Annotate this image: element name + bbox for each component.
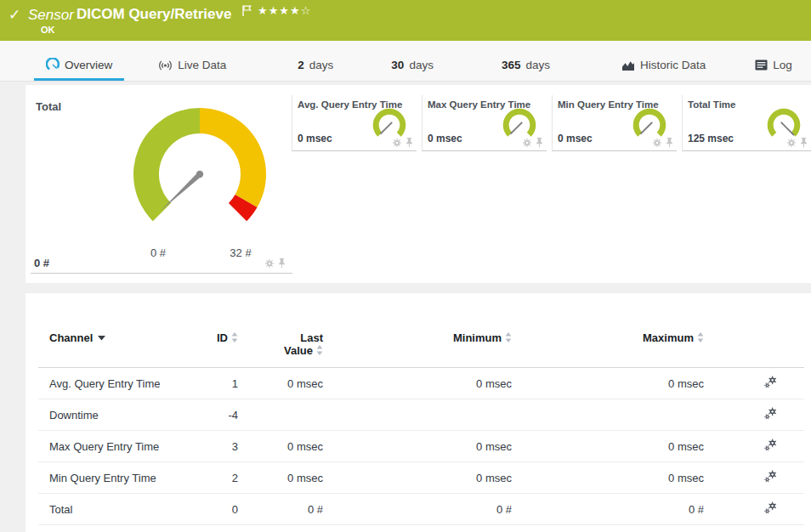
tile-actions <box>265 258 286 269</box>
channel-settings-icon[interactable] <box>764 439 777 451</box>
table-header-row: Channel ID Last Value Minimum Maximum <box>38 331 804 368</box>
gauge-current-value: 125 msec <box>688 133 734 144</box>
channel-settings-icon[interactable] <box>764 501 777 514</box>
gauge-tile-min-query-entry-time[interactable]: Min Query Entry Time 0 msec <box>552 95 677 151</box>
table-row[interactable]: Total 0 0 # 0 # 0 # <box>38 494 804 525</box>
prtg-sensor-page: ✓ Sensor DICOM Query/Retrieve ★★★★☆ OK O… <box>0 0 811 532</box>
pin-icon[interactable] <box>406 138 413 148</box>
channel-name: Total <box>38 494 202 525</box>
tab-day-count: 2 <box>298 59 304 71</box>
pin-icon[interactable] <box>800 138 808 148</box>
sort-caret-icon <box>98 336 105 341</box>
tab-log[interactable]: Log <box>743 53 804 81</box>
channel-last-value: 125 msec <box>238 525 323 532</box>
tab-historic-data[interactable]: Historic Data <box>610 53 717 81</box>
channel-maximum <box>512 399 704 431</box>
channel-id: 4 <box>202 525 238 532</box>
total-gauge: 0 # 32 # <box>128 102 272 263</box>
column-label: ID <box>217 331 228 344</box>
table-row[interactable]: Min Query Entry Time 2 0 msec 0 msec 0 m… <box>38 462 804 494</box>
channel-minimum: -63,724,704,874,641 msec <box>323 525 512 532</box>
column-header-minimum[interactable]: Minimum <box>323 331 512 368</box>
column-header-actions <box>704 331 804 368</box>
column-header-maximum[interactable]: Maximum <box>512 331 704 368</box>
tab-label: days <box>409 59 434 71</box>
gauge-tile-total-time[interactable]: Total Time 125 msec <box>682 95 811 151</box>
channel-name: Downtime <box>38 399 202 431</box>
stars-filled: ★★★★ <box>258 4 301 17</box>
channel-last-value: 0 # <box>238 494 323 525</box>
gear-icon[interactable] <box>265 259 274 268</box>
priority-stars[interactable]: ★★★★☆ <box>258 4 311 17</box>
gauge-needle <box>510 122 522 134</box>
gauge-tile-max-query-entry-time[interactable]: Max Query Entry Time 0 msec <box>422 95 547 151</box>
channel-id: 0 <box>202 494 238 525</box>
gauge-tile-total[interactable]: Total 0 # 32 # 0 # <box>31 92 292 274</box>
gauge-needle <box>161 173 201 211</box>
gear-icon[interactable] <box>787 139 796 147</box>
sort-icon <box>697 332 704 342</box>
channel-settings-icon[interactable] <box>764 407 777 420</box>
tab-live-data[interactable]: Live Data <box>146 53 238 81</box>
gear-icon[interactable] <box>523 139 531 147</box>
tab-overview[interactable]: Overview <box>34 52 124 81</box>
pin-icon[interactable] <box>278 258 286 269</box>
gauges-panel: Total 0 # 32 # 0 # Avg. Query Entry Time <box>26 85 811 283</box>
column-header-last-value[interactable]: Last Value <box>238 331 323 368</box>
channel-maximum: 0 msec <box>512 431 704 462</box>
tab-bar: Overview Live Data 2 days 30 days 365 da… <box>0 41 811 82</box>
channel-minimum: 0 # <box>323 494 512 525</box>
tab-day-count: 30 <box>391 59 404 71</box>
gauge-needle <box>781 122 794 135</box>
column-label: Channel <box>49 331 93 344</box>
gear-icon[interactable] <box>653 139 661 147</box>
gauge-arc-yellow <box>200 108 266 207</box>
sort-icon <box>231 332 238 342</box>
tab-label: days <box>525 59 550 71</box>
tab-365-days[interactable]: 365 days <box>490 53 562 81</box>
column-header-channel[interactable]: Channel <box>38 331 202 368</box>
channel-minimum: 0 msec <box>323 431 512 462</box>
pin-icon[interactable] <box>666 138 673 148</box>
table-row[interactable]: Downtime -4 <box>38 399 804 431</box>
gauge-needle <box>380 122 392 134</box>
gauge-current-value: 0 msec <box>428 133 462 144</box>
channel-minimum: 0 msec <box>323 368 512 399</box>
tile-actions <box>523 138 543 148</box>
tile-actions <box>653 138 673 148</box>
sensor-kind-label: Sensor <box>28 7 74 24</box>
total-gauge-min-label: 0 # <box>150 246 167 259</box>
channel-name: Avg. Query Entry Time <box>38 368 202 399</box>
gear-icon[interactable] <box>393 139 401 147</box>
sort-icon <box>505 332 512 342</box>
table-row[interactable]: Avg. Query Entry Time 1 0 msec 0 msec 0 … <box>38 368 804 399</box>
tab-30-days[interactable]: 30 days <box>379 53 445 81</box>
log-icon <box>755 59 768 71</box>
tab-2-days[interactable]: 2 days <box>286 53 345 81</box>
channel-name: Min Query Entry Time <box>38 462 202 494</box>
channel-settings-icon[interactable] <box>764 470 777 483</box>
channel-minimum: 0 msec <box>323 462 512 494</box>
channel-maximum: 0 msec <box>512 462 704 494</box>
column-header-id[interactable]: ID <box>202 331 238 368</box>
channel-settings-icon[interactable] <box>764 376 777 388</box>
tile-actions <box>787 138 808 148</box>
sensor-status-banner: ✓ Sensor DICOM Query/Retrieve ★★★★☆ OK <box>0 0 811 41</box>
gauge-needle-pivot <box>196 171 203 178</box>
pin-icon[interactable] <box>536 138 543 148</box>
channel-maximum: 0 # <box>512 494 704 525</box>
table-row[interactable]: Total Time 4 125 msec -63,724,704,874,64… <box>38 525 804 532</box>
status-badge: OK <box>41 25 55 35</box>
gauge-title: Total <box>36 100 61 113</box>
channel-id: 3 <box>202 431 238 462</box>
channel-last-value: 0 msec <box>238 431 323 462</box>
column-label: Maximum <box>643 331 694 344</box>
channel-id: 2 <box>202 462 238 494</box>
flag-icon[interactable] <box>242 5 252 16</box>
table-row[interactable]: Max Query Entry Time 3 0 msec 0 msec 0 m… <box>38 431 804 462</box>
channel-last-value: 0 msec <box>238 462 323 494</box>
gauge-tile-avg-query-entry-time[interactable]: Avg. Query Entry Time 0 msec <box>292 95 417 151</box>
tab-label: Overview <box>65 59 112 71</box>
tab-day-count: 365 <box>502 59 521 71</box>
channel-maximum: 0 msec <box>512 368 704 399</box>
